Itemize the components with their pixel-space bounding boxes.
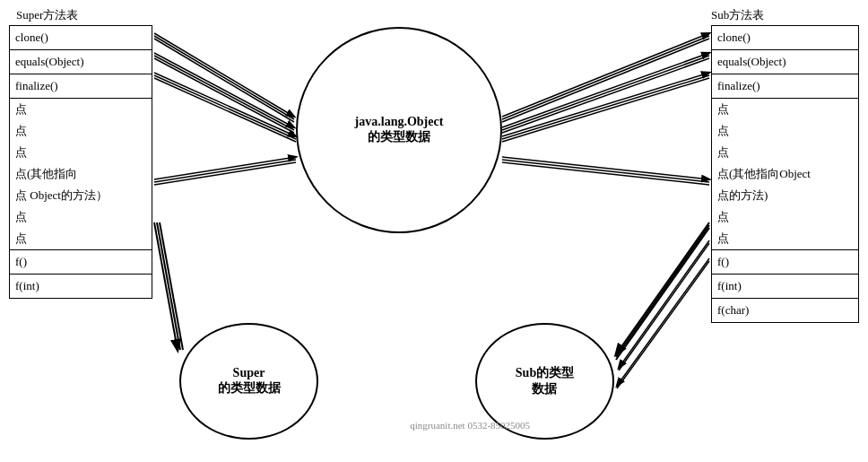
svg-line-14 (502, 39, 709, 122)
sub-method-table: clone() equals(Object) finalize() 点 点 点 … (711, 25, 859, 323)
object-circle: java.lang.Object 的类型数据 (296, 27, 502, 233)
svg-line-22 (502, 160, 709, 182)
sub-fint-arrow (619, 240, 709, 370)
sub-row-dot7: 点 (712, 228, 859, 250)
super-circle: Super 的类型数据 (179, 323, 318, 440)
super-f-arrow (154, 222, 183, 350)
super-dots-arrow (154, 157, 296, 185)
svg-line-30 (619, 240, 709, 368)
svg-line-17 (502, 58, 709, 133)
svg-line-21 (502, 157, 709, 179)
svg-line-0 (154, 33, 294, 117)
sub-row-equals: equals(Object) (712, 50, 859, 74)
watermark: qingruanit.net 0532-85025005 (410, 420, 530, 431)
sub-row-dot2: 点 (712, 120, 859, 142)
super-row-f: f() (10, 250, 152, 275)
super-clone-arrow (154, 33, 294, 122)
svg-line-33 (617, 261, 709, 388)
svg-line-4 (154, 56, 294, 130)
svg-line-29 (616, 228, 709, 360)
svg-line-5 (154, 58, 294, 133)
svg-line-18 (502, 73, 709, 136)
super-row-dot5: 点 Object的方法） (10, 185, 152, 206)
svg-line-28 (616, 225, 709, 357)
sub-f-arrow (616, 222, 709, 360)
svg-line-16 (502, 56, 709, 130)
sub-fchar-arrow (617, 258, 709, 388)
sub-row-dot5: 点的方法) (712, 185, 859, 206)
main-container: Super方法表 Sub方法表 clone() equals(Object) f… (0, 0, 868, 462)
obj-sub-equals-arrow (502, 53, 709, 133)
super-method-table: clone() equals(Object) finalize() 点 点 点 … (9, 25, 152, 299)
super-row-dot6: 点 (10, 206, 152, 228)
svg-line-9 (154, 157, 296, 179)
svg-line-27 (616, 222, 709, 354)
svg-line-23 (502, 162, 709, 185)
super-row-dot3: 点 (10, 142, 152, 163)
svg-line-10 (154, 160, 296, 182)
svg-line-31 (619, 243, 709, 370)
super-table-title: Super方法表 (16, 7, 78, 23)
super-row-dot4: 点(其他指向 (10, 163, 152, 185)
super-row-dot2: 点 (10, 120, 152, 142)
svg-line-24 (154, 222, 178, 350)
obj-sub-clone-arrow (502, 33, 709, 122)
super-row-fint: f(int) (10, 275, 152, 299)
svg-line-6 (154, 73, 296, 136)
sub-table-title: Sub方法表 (711, 7, 764, 23)
super-row-finalize: finalize() (10, 74, 152, 99)
svg-line-8 (154, 78, 296, 142)
svg-line-26 (160, 222, 183, 350)
sub-row-dot6: 点 (712, 206, 859, 228)
sub-row-finalize: finalize() (712, 74, 859, 99)
obj-sub-finalize-arrow (502, 73, 709, 142)
super-equals-arrow (154, 53, 294, 133)
super-row-equals: equals(Object) (10, 50, 152, 74)
sub-row-f: f() (712, 250, 859, 275)
super-row-dot7: 点 (10, 228, 152, 250)
super-circle-label: Super 的类型数据 (218, 366, 281, 397)
sub-row-fchar: f(char) (712, 299, 859, 323)
sub-row-fint: f(int) (712, 275, 859, 299)
svg-line-20 (502, 78, 709, 142)
svg-line-13 (502, 36, 709, 119)
svg-line-25 (157, 222, 180, 350)
svg-line-1 (154, 36, 294, 119)
obj-sub-dots-arrow (502, 157, 709, 185)
super-row-dot1: 点 (10, 99, 152, 121)
svg-line-3 (154, 53, 294, 127)
sub-row-dot3: 点 (712, 142, 859, 163)
sub-row-clone: clone() (712, 26, 859, 50)
super-finalize-arrow (154, 73, 296, 142)
super-row-clone: clone() (10, 26, 152, 50)
svg-line-7 (154, 75, 296, 139)
sub-row-dot1: 点 (712, 99, 859, 121)
svg-line-19 (502, 75, 709, 139)
svg-line-11 (154, 162, 296, 185)
svg-line-15 (502, 53, 709, 127)
svg-line-12 (502, 33, 709, 117)
sub-row-dot4: 点(其他指向Object (712, 163, 859, 185)
svg-line-2 (154, 39, 294, 122)
object-circle-label: java.lang.Object 的类型数据 (355, 115, 444, 145)
svg-line-32 (617, 258, 709, 386)
sub-circle-label: Sub的类型 数据 (516, 365, 574, 397)
